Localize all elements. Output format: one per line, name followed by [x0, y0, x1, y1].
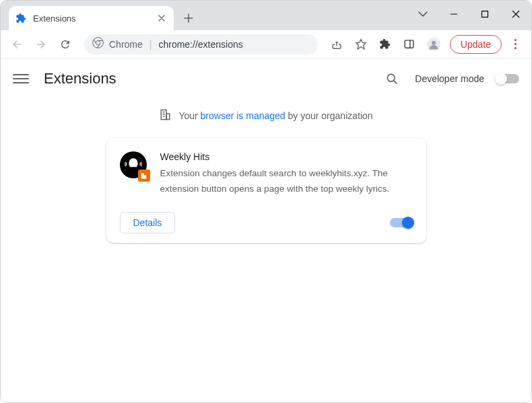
- extensions-button[interactable]: [374, 34, 396, 55]
- tab-title: Extensions: [33, 13, 149, 24]
- toolbar: Chrome | chrome://extensions Update: [1, 30, 531, 59]
- window-controls: [407, 1, 531, 28]
- extension-icon: [120, 151, 147, 178]
- extension-name: Weekly Hits: [160, 151, 413, 162]
- close-window-button[interactable]: [500, 1, 531, 28]
- address-bar[interactable]: Chrome | chrome://extensions: [84, 34, 318, 54]
- managed-link[interactable]: browser is managed: [201, 110, 286, 121]
- search-button[interactable]: [381, 68, 403, 89]
- update-button[interactable]: Update: [450, 35, 502, 54]
- page-header: Extensions Developer mode: [1, 59, 531, 99]
- forward-button[interactable]: [30, 34, 52, 55]
- share-button[interactable]: [326, 34, 347, 55]
- svg-rect-9: [162, 110, 167, 119]
- titlebar: Extensions: [1, 1, 531, 30]
- page-content: Extensions Developer mode Your browser i…: [1, 59, 531, 402]
- svg-rect-3: [405, 40, 413, 48]
- svg-line-8: [394, 81, 397, 84]
- bookmark-button[interactable]: [350, 34, 372, 55]
- omni-path: chrome://extensions: [158, 39, 242, 50]
- svg-point-6: [432, 40, 436, 44]
- new-tab-button[interactable]: [179, 9, 198, 28]
- menu-button[interactable]: [13, 71, 29, 87]
- svg-rect-16: [144, 175, 146, 178]
- banner-text: Your browser is managed by your organiza…: [178, 110, 372, 121]
- managed-badge-icon: [138, 170, 150, 182]
- svg-point-7: [388, 74, 395, 81]
- extension-card: Weekly Hits Extension changes default se…: [106, 138, 426, 243]
- omnibox-content: Chrome | chrome://extensions: [109, 39, 243, 50]
- omnibox-separator: |: [149, 39, 152, 50]
- managed-banner: Your browser is managed by your organiza…: [1, 99, 531, 138]
- reload-button[interactable]: [55, 34, 76, 55]
- developer-mode-toggle[interactable]: [496, 74, 519, 83]
- svg-rect-14: [129, 166, 137, 167]
- maximize-button[interactable]: [469, 1, 500, 28]
- app-menu-button[interactable]: [504, 39, 526, 49]
- svg-rect-10: [166, 114, 170, 120]
- tab-close-button[interactable]: [156, 13, 167, 24]
- sidepanel-button[interactable]: [399, 34, 420, 55]
- chrome-logo-icon: [92, 37, 104, 51]
- back-button[interactable]: [6, 34, 28, 55]
- svg-rect-0: [482, 11, 488, 17]
- puzzle-icon: [15, 13, 26, 24]
- page-title: Extensions: [44, 70, 117, 87]
- omni-scheme: Chrome: [109, 39, 143, 50]
- extension-description: Extension changes default search to week…: [160, 166, 413, 197]
- svg-rect-15: [141, 173, 144, 178]
- building-icon: [159, 108, 172, 123]
- developer-mode-label: Developer mode: [415, 73, 484, 84]
- minimize-button[interactable]: [438, 1, 469, 28]
- tab-search-button[interactable]: [407, 1, 438, 28]
- browser-window: Extensions: [0, 0, 532, 403]
- browser-tab[interactable]: Extensions: [9, 6, 174, 30]
- extension-toggle[interactable]: [390, 218, 413, 227]
- profile-button[interactable]: [423, 34, 444, 55]
- details-button[interactable]: Details: [120, 212, 176, 233]
